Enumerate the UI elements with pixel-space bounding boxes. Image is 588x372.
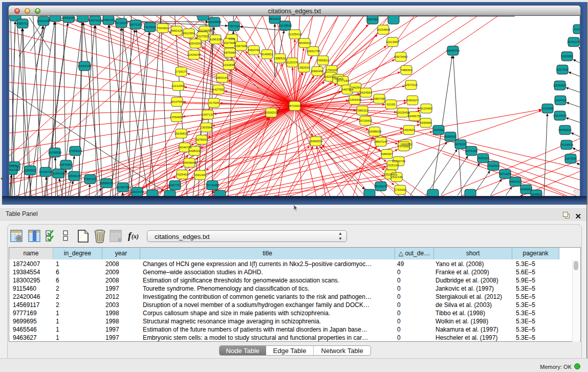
svg-text:14495754: 14495754 bbox=[408, 115, 422, 118]
svg-text:8660124: 8660124 bbox=[170, 29, 183, 32]
svg-text:1733426: 1733426 bbox=[394, 188, 406, 191]
svg-text:3267130: 3267130 bbox=[202, 113, 214, 116]
svg-text:111217: 111217 bbox=[574, 28, 580, 31]
svg-text:10807487: 10807487 bbox=[373, 97, 386, 100]
svg-text:9115460: 9115460 bbox=[421, 107, 433, 110]
svg-text:6939695: 6939695 bbox=[420, 121, 432, 124]
svg-text:2087682: 2087682 bbox=[366, 18, 379, 21]
svg-text:10543362: 10543362 bbox=[189, 42, 203, 45]
svg-text:9323966: 9323966 bbox=[561, 55, 573, 58]
svg-text:17016504: 17016504 bbox=[560, 143, 574, 146]
svg-text:12213967: 12213967 bbox=[386, 40, 400, 43]
svg-text:16033809: 16033809 bbox=[208, 20, 222, 24]
svg-text:16640910: 16640910 bbox=[298, 41, 312, 45]
svg-text:12923448: 12923448 bbox=[130, 190, 144, 193]
svg-text:1156829: 1156829 bbox=[25, 169, 37, 172]
svg-text:1691440: 1691440 bbox=[194, 173, 206, 177]
svg-text:9227342: 9227342 bbox=[556, 68, 569, 71]
svg-text:9457791: 9457791 bbox=[169, 184, 181, 187]
svg-text:17359924: 17359924 bbox=[69, 149, 82, 152]
svg-text:7357224: 7357224 bbox=[228, 25, 240, 28]
svg-text:2367608: 2367608 bbox=[235, 45, 247, 48]
svg-text:7986322: 7986322 bbox=[356, 109, 368, 112]
svg-text:10654112: 10654112 bbox=[509, 180, 522, 183]
svg-text:164095: 164095 bbox=[433, 128, 444, 132]
svg-text:2522146: 2522146 bbox=[390, 176, 403, 179]
svg-text:3215958: 3215958 bbox=[541, 107, 554, 110]
svg-text:(x): (x) bbox=[132, 233, 139, 240]
svg-text:1015132: 1015132 bbox=[386, 164, 399, 167]
svg-text:7663822: 7663822 bbox=[157, 27, 169, 30]
svg-text:7515526: 7515526 bbox=[144, 26, 156, 29]
svg-text:10958107: 10958107 bbox=[100, 182, 114, 185]
svg-text:16210643: 16210643 bbox=[553, 114, 567, 117]
svg-text:16046798: 16046798 bbox=[178, 146, 192, 149]
svg-text:8471626: 8471626 bbox=[499, 172, 511, 176]
svg-text:12505135: 12505135 bbox=[68, 174, 81, 178]
svg-text:18724007: 18724007 bbox=[288, 104, 302, 107]
svg-text:10671355: 10671355 bbox=[129, 23, 143, 26]
svg-text:53226058: 53226058 bbox=[198, 29, 212, 32]
svg-text:3220378: 3220378 bbox=[286, 61, 298, 64]
svg-text:15716485: 15716485 bbox=[206, 184, 220, 187]
svg-text:1353594: 1353594 bbox=[200, 126, 212, 129]
svg-text:1527602: 1527602 bbox=[89, 19, 101, 22]
svg-text:8813014: 8813014 bbox=[269, 17, 281, 20]
svg-text:9245052: 9245052 bbox=[520, 188, 532, 191]
svg-text:15692921: 15692921 bbox=[558, 128, 572, 132]
svg-text:5875685: 5875685 bbox=[224, 51, 236, 54]
svg-text:6794028: 6794028 bbox=[325, 69, 338, 72]
svg-text:2935114: 2935114 bbox=[477, 157, 490, 160]
svg-text:3624554: 3624554 bbox=[360, 91, 372, 94]
svg-text:5578033: 5578033 bbox=[195, 138, 208, 141]
svg-text:25300203: 25300203 bbox=[265, 111, 278, 114]
svg-text:20691406: 20691406 bbox=[37, 19, 51, 23]
svg-text:10218506: 10218506 bbox=[278, 24, 292, 27]
svg-text:1654923: 1654923 bbox=[403, 128, 415, 132]
svg-text:17957223: 17957223 bbox=[83, 178, 97, 181]
svg-text:9777169: 9777169 bbox=[337, 79, 349, 82]
svg-text:9146821: 9146821 bbox=[261, 53, 273, 56]
svg-text:339159: 339159 bbox=[9, 168, 17, 171]
svg-text:1588520: 1588520 bbox=[274, 57, 286, 60]
svg-text:16782759: 16782759 bbox=[116, 186, 130, 189]
svg-text:15720407: 15720407 bbox=[359, 119, 373, 122]
svg-text:20053346: 20053346 bbox=[78, 64, 92, 68]
svg-text:7632621: 7632621 bbox=[487, 164, 499, 167]
svg-text:1145194: 1145194 bbox=[53, 172, 65, 175]
svg-text:19166829: 19166829 bbox=[175, 132, 188, 135]
svg-text:10961758: 10961758 bbox=[307, 50, 320, 53]
svg-text:7955812: 7955812 bbox=[317, 59, 329, 62]
svg-text:12973115: 12973115 bbox=[404, 83, 418, 86]
svg-text:2803144: 2803144 bbox=[216, 76, 228, 79]
svg-text:10973493: 10973493 bbox=[394, 55, 408, 58]
svg-text:9463627: 9463627 bbox=[406, 99, 419, 102]
svg-text:16154808: 16154808 bbox=[377, 28, 390, 31]
svg-text:1244415: 1244415 bbox=[554, 99, 567, 102]
svg-text:1362615: 1362615 bbox=[298, 66, 310, 69]
svg-text:9242848: 9242848 bbox=[223, 63, 235, 67]
svg-text:135061: 135061 bbox=[9, 165, 20, 168]
svg-text:1546: 1546 bbox=[228, 37, 235, 40]
svg-text:6427552: 6427552 bbox=[212, 88, 225, 91]
svg-text:21364436: 21364436 bbox=[348, 98, 362, 101]
svg-text:16107552: 16107552 bbox=[170, 100, 184, 103]
svg-text:6990448: 6990448 bbox=[311, 70, 323, 73]
svg-text:417006: 417006 bbox=[209, 101, 220, 104]
svg-text:8186328: 8186328 bbox=[209, 38, 222, 41]
svg-text:4055712: 4055712 bbox=[16, 22, 29, 25]
svg-text:3912954: 3912954 bbox=[183, 32, 195, 35]
svg-text:15409948: 15409948 bbox=[183, 161, 197, 164]
svg-text:746266: 746266 bbox=[351, 86, 361, 89]
svg-text:9327503: 9327503 bbox=[197, 35, 209, 38]
svg-text:10688609: 10688609 bbox=[368, 130, 382, 133]
svg-text:62160: 62160 bbox=[387, 103, 396, 106]
svg-text:9084067: 9084067 bbox=[381, 152, 393, 156]
svg-text:10653287: 10653287 bbox=[62, 16, 76, 19]
svg-text:7485063: 7485063 bbox=[400, 69, 412, 72]
svg-text:19384554: 19384554 bbox=[309, 140, 323, 143]
svg-text:924502: 924502 bbox=[531, 193, 542, 196]
svg-text:11325419: 11325419 bbox=[288, 33, 302, 36]
svg-text:3498222: 3498222 bbox=[188, 149, 201, 152]
svg-text:7075692: 7075692 bbox=[398, 145, 410, 148]
